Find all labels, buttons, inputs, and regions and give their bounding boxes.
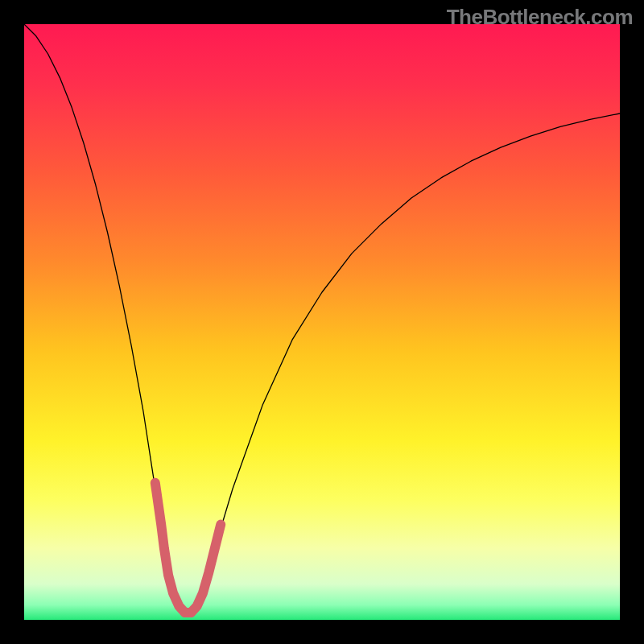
plot-area [24, 24, 620, 620]
gradient-background [24, 24, 620, 620]
watermark-text: TheBottleneck.com [447, 5, 633, 30]
chart-svg [24, 24, 620, 620]
chart-root: TheBottleneck.com [0, 0, 644, 644]
